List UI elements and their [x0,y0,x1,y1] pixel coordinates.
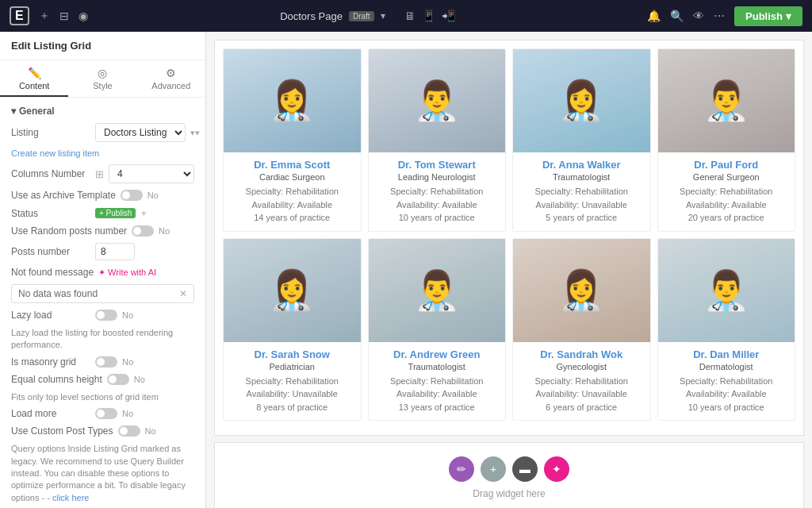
doctor-name: Dr. Tom Stewart [373,159,501,171]
widget-magic-icon[interactable]: ✦ [544,456,569,482]
tab-advanced[interactable]: ⚙ Advanced [137,60,205,97]
doctor-specialty: Specialty: Rehabilitation [228,185,356,198]
doctor-card[interactable]: 👨‍⚕️ Dr. Andrew Green Traumatologist Spe… [368,238,507,421]
doctor-specialty: Specialty: Rehabilitation [663,375,791,388]
sidebar-header: Edit Listing Grid [0,32,205,60]
status-label: Status [11,208,90,219]
doctor-card[interactable]: 👩‍⚕️ Dr. Emma Scott Cardiac Surgeon Spec… [223,48,362,232]
random-toggle[interactable] [132,225,154,237]
doctor-card[interactable]: 👩‍⚕️ Dr. Sarah Snow Pediatrician Special… [223,238,362,421]
doctor-practice: 14 years of practice [228,211,356,225]
top-bar-left: E ＋ ⊟ ◉ [10,6,88,25]
posts-number-input[interactable] [95,243,135,260]
doctor-card[interactable]: 👨‍⚕️ Dr. Tom Stewart Leading Neurologist… [368,48,507,232]
lazy-load-row: Lazy load No [11,310,194,321]
listing-select[interactable]: Doctors Listing [95,123,186,142]
lazy-toggle-label: No [122,310,133,320]
posts-number-label: Posts number [11,246,90,257]
doctor-availability: Availability: Available [228,198,356,212]
drag-widget-area[interactable]: ✏ + ▬ ✦ Drag widget here [214,442,804,508]
chevron-down-icon: ▾ [786,10,791,22]
more-icon[interactable]: ⋯ [714,10,725,22]
doctor-specialty: Specialty: Rehabilitation [373,185,501,198]
doctor-practice: 10 years of practice [373,211,501,225]
listing-expand-icon[interactable]: ▾▾ [190,128,200,138]
columns-grid-icon: ⊞ [95,168,104,180]
archive-toggle[interactable] [121,190,143,201]
top-bar: E ＋ ⊟ ◉ Doctors Page Draft ▾ 🖥 📱 📲 🔔 🔍 👁… [0,0,812,32]
general-section-title: ▾ General [11,106,194,117]
doctor-info: Dr. Paul Ford General Surgeon Specialty:… [658,152,795,231]
clear-not-found-icon[interactable]: ✕ [179,288,187,299]
doctor-grid: 👩‍⚕️ Dr. Emma Scott Cardiac Surgeon Spec… [223,48,795,421]
publish-button[interactable]: Publish ▾ [734,6,802,26]
query-info: Query options Inside Listing Grid marked… [11,443,194,504]
search-icon[interactable]: 🔍 [670,10,684,22]
chevron-down-icon: ▾ [11,106,16,117]
doctor-name: Dr. Sarah Snow [228,348,356,360]
doctor-title: Traumatologist [373,362,501,371]
tab-content[interactable]: ✏️ Content [0,60,68,97]
doctor-practice: 20 years of practice [663,211,791,225]
widget-add-icon[interactable]: + [481,456,506,482]
lazy-toggle[interactable] [95,310,117,321]
device-mobile-icon[interactable]: 📲 [442,10,455,22]
equal-toggle-label: No [134,375,145,384]
add-icon[interactable]: ＋ [39,9,50,23]
not-found-value: No data was found [18,288,98,299]
archive-row: Use as Archive Template No [11,190,194,201]
doctor-name: Dr. Anna Walker [518,159,645,171]
random-label: Use Random posts number [11,225,127,237]
doctor-specialty: Specialty: Rehabilitation [518,185,645,198]
lazy-desc: Lazy load the listing for boosted render… [11,327,194,352]
custom-post-toggle-label: No [145,426,156,436]
custom-post-toggle[interactable] [118,425,140,437]
style-icon: ◎ [71,67,133,79]
posts-number-row: Posts number [11,243,194,260]
doctor-availability: Availability: Unavailable [518,198,645,212]
bell-icon[interactable]: 🔔 [647,10,661,22]
create-listing-link[interactable]: Create new listing item [11,148,194,158]
add-status-icon[interactable]: + [140,207,147,219]
doctor-info: Dr. Dan Miller Dermatologist Specialty: … [658,342,795,421]
tab-style[interactable]: ◎ Style [68,60,136,97]
write-ai-icon[interactable]: ✦ Write with AI [98,267,156,278]
doctor-card[interactable]: 👩‍⚕️ Dr. Anna Walker Traumatologist Spec… [512,48,651,232]
columns-select[interactable]: 4231 [109,164,194,183]
eye-icon[interactable]: 👁 [693,10,704,22]
widget-layout-icon[interactable]: ▬ [512,456,538,482]
settings-icon[interactable]: ◉ [79,10,88,22]
widget-edit-icon[interactable]: ✏ [449,456,474,482]
equal-toggle[interactable] [107,374,129,385]
doctor-info: Dr. Emma Scott Cardiac Surgeon Specialty… [224,152,361,231]
device-desktop-icon[interactable]: 🖥 [404,10,416,22]
chevron-icon[interactable]: ▾ [381,10,385,21]
columns-row: Columns Number ⊞ 4231 [11,164,194,183]
custom-post-label: Use Custom Post Types [11,425,113,437]
doctor-title: Leading Neurologist [373,172,501,182]
lazy-label: Lazy load [11,310,90,321]
doctor-name: Dr. Paul Ford [663,159,791,171]
masonry-toggle[interactable] [95,356,117,368]
status-badge[interactable]: + Publish [95,208,136,218]
not-found-row: Not found message ✦ Write with AI [11,267,194,278]
doctor-info: Dr. Sandrah Wok Gynecologist Specialty: … [513,342,650,421]
doctor-availability: Availability: Available [373,387,501,401]
not-found-label: Not found message [11,267,94,278]
doctor-card[interactable]: 👨‍⚕️ Dr. Dan Miller Dermatologist Specia… [657,238,796,421]
click-here-link[interactable]: click here [52,493,89,502]
load-more-toggle[interactable] [95,408,117,419]
page-title: Doctors Page [280,10,343,22]
doctor-title: Cardiac Surgeon [228,172,356,182]
doctor-practice: 13 years of practice [373,401,501,414]
doctor-card[interactable]: 👩‍⚕️ Dr. Sandrah Wok Gynecologist Specia… [512,238,651,421]
doctor-practice: 10 years of practice [663,401,791,414]
doctor-info: Dr. Andrew Green Traumatologist Specialt… [369,342,506,421]
not-found-box: No data was found ✕ [11,284,194,303]
logo-icon[interactable]: E [10,6,29,25]
layout-icon[interactable]: ⊟ [59,10,69,22]
doctor-card[interactable]: 👨‍⚕️ Dr. Paul Ford General Surgeon Speci… [657,48,796,232]
content-area: 👩‍⚕️ Dr. Emma Scott Cardiac Surgeon Spec… [206,32,812,508]
device-tablet-icon[interactable]: 📱 [422,10,435,22]
doctor-title: General Surgeon [663,172,791,182]
